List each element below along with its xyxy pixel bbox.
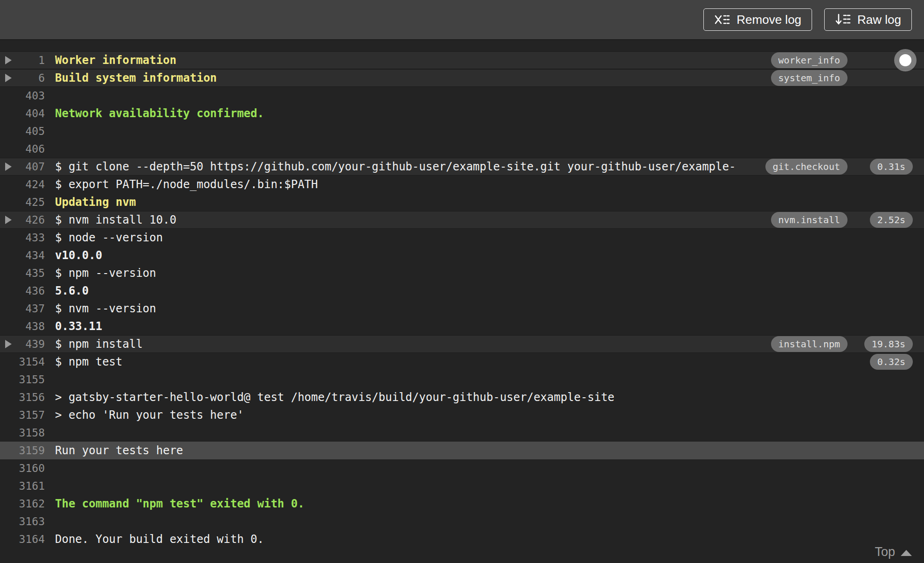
log-row: 3154 $ npm test 0.32s [0, 353, 924, 371]
log-row: 404 Network availability confirmed. [0, 105, 924, 122]
line-number[interactable]: 439 [17, 338, 45, 350]
line-number[interactable]: 407 [17, 161, 45, 173]
line-number[interactable]: 403 [17, 90, 45, 102]
line-number[interactable]: 404 [17, 107, 45, 120]
log-row: 3163 [0, 513, 924, 530]
log-row: 424 $ export PATH=./node_modules/.bin:$P… [0, 176, 924, 193]
log-row: 3157 > echo 'Run your tests here' [0, 406, 924, 424]
log-row: 1 Worker information worker_info [0, 51, 924, 69]
fold-name-badge: install.npm [771, 336, 848, 352]
fold-arrow-icon[interactable] [0, 74, 17, 82]
raw-log-button[interactable]: Raw log [824, 8, 912, 31]
log-row: 407 $ git clone --depth=50 https://githu… [0, 158, 924, 176]
fold-badge-slot: worker_info [771, 52, 848, 68]
scroll-indicator-core [899, 54, 911, 66]
fold-name-badge: git.checkout [765, 159, 848, 175]
log-row: 403 [0, 87, 924, 105]
remove-log-button[interactable]: Remove log [703, 8, 812, 31]
line-number[interactable]: 438 [17, 320, 45, 332]
log-text: $ nvm install 10.0 [55, 213, 764, 226]
raw-log-icon [835, 14, 851, 26]
log-text: Build system information [55, 71, 764, 84]
fold-badge-slot: git.checkout [765, 159, 848, 175]
fold-arrow-icon[interactable] [0, 56, 17, 64]
line-number[interactable]: 3162 [17, 498, 45, 510]
fold-name-badge: worker_info [771, 52, 848, 68]
line-number[interactable]: 3163 [17, 515, 45, 528]
log-row: 3162 The command "npm test" exited with … [0, 495, 924, 513]
log-lines: 1 Worker information worker_info 6 Build… [0, 51, 924, 548]
line-number[interactable]: 3154 [17, 356, 45, 368]
log-text: Done. Your build exited with 0. [55, 533, 913, 546]
log-text: $ npm test [55, 355, 848, 368]
line-number[interactable]: 3155 [17, 373, 45, 386]
scroll-indicator[interactable] [894, 49, 917, 71]
log-text: $ export PATH=./node_modules/.bin:$PATH [55, 178, 913, 191]
log-row: 3155 [0, 371, 924, 388]
duration-badge: 19.83s [864, 336, 913, 352]
line-number[interactable]: 426 [17, 214, 45, 226]
line-number[interactable]: 405 [17, 125, 45, 137]
line-number[interactable]: 3156 [17, 391, 45, 403]
line-number[interactable]: 1 [17, 54, 45, 66]
timer-slot: 2.52s [857, 212, 913, 228]
log-text: $ nvm --version [55, 302, 913, 315]
log-text: Run your tests here [55, 444, 913, 457]
log-text: $ npm install [55, 338, 764, 351]
fold-name-badge: system_info [771, 70, 848, 86]
line-number[interactable]: 434 [17, 249, 45, 261]
line-number[interactable]: 424 [17, 178, 45, 190]
log-text: Network availability confirmed. [55, 107, 913, 120]
line-number[interactable]: 3161 [17, 480, 45, 492]
log-text: Worker information [55, 54, 764, 67]
scroll-to-top-link[interactable]: Top [875, 545, 912, 559]
line-number[interactable]: 6 [17, 72, 45, 84]
log-row: 434 v10.0.0 [0, 246, 924, 264]
fold-badge-slot: install.npm [771, 336, 848, 352]
log-row: 425 Updating nvm [0, 193, 924, 211]
log-text: v10.0.0 [55, 249, 913, 262]
log-row: 435 $ npm --version [0, 264, 924, 282]
line-number[interactable]: 3160 [17, 462, 45, 474]
log-text: $ node --version [55, 231, 913, 244]
line-number[interactable]: 406 [17, 143, 45, 155]
duration-badge: 0.32s [870, 354, 913, 370]
log-row: 437 $ nvm --version [0, 300, 924, 317]
line-number[interactable]: 437 [17, 303, 45, 315]
log-text: > echo 'Run your tests here' [55, 408, 913, 422]
log-text: The command "npm test" exited with 0. [55, 497, 913, 510]
log-text: $ npm --version [55, 267, 913, 280]
log-row: 405 [0, 122, 924, 140]
log-text: $ git clone --depth=50 https://github.co… [55, 160, 758, 173]
line-number[interactable]: 433 [17, 232, 45, 244]
log-text: > gatsby-starter-hello-world@ test /home… [55, 391, 913, 404]
log-row: 433 $ node --version [0, 229, 924, 246]
remove-log-label: Remove log [736, 13, 801, 27]
line-number[interactable]: 3159 [17, 444, 45, 457]
timer-slot: 19.83s [857, 336, 913, 352]
line-number[interactable]: 3157 [17, 409, 45, 421]
log-text: 0.33.11 [55, 320, 913, 333]
log-row: 3158 [0, 424, 924, 442]
log-row: 406 [0, 140, 924, 158]
fold-arrow-icon[interactable] [0, 340, 17, 348]
log-row: 436 5.6.0 [0, 282, 924, 300]
log-row: 6 Build system information system_info [0, 69, 924, 87]
line-number[interactable]: 435 [17, 267, 45, 279]
fold-arrow-icon[interactable] [0, 162, 17, 171]
log-row: 439 $ npm install install.npm 19.83s [0, 335, 924, 353]
line-number[interactable]: 436 [17, 285, 45, 297]
top-link-label: Top [875, 545, 895, 559]
fold-arrow-icon[interactable] [0, 216, 17, 224]
build-log: 1 Worker information worker_info 6 Build… [0, 40, 924, 563]
line-number[interactable]: 3164 [17, 533, 45, 545]
fold-badge-slot: system_info [771, 70, 848, 86]
arrow-up-icon [901, 550, 912, 556]
duration-badge: 2.52s [870, 212, 913, 228]
duration-badge: 0.31s [870, 159, 913, 175]
log-row: 3159 Run your tests here [0, 442, 924, 459]
fold-name-badge: nvm.install [771, 212, 848, 228]
line-number[interactable]: 3158 [17, 427, 45, 439]
log-text: Updating nvm [55, 196, 913, 209]
line-number[interactable]: 425 [17, 196, 45, 208]
